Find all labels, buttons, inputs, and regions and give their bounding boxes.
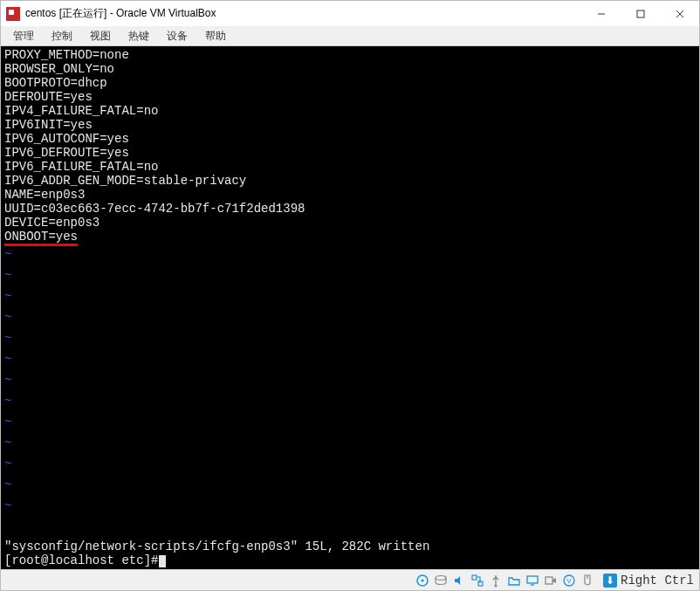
vim-empty-lines: ~~~~~~~~~~~~~ — [4, 244, 696, 516]
virtualbox-icon — [6, 7, 20, 21]
svg-point-6 — [436, 575, 446, 580]
config-line: ONBOOT=yes — [4, 230, 696, 244]
vim-tilde: ~ — [4, 474, 696, 495]
guest-terminal[interactable]: PROXY_METHOD=noneBROWSER_ONLY=noBOOTPROT… — [1, 46, 699, 569]
svg-point-9 — [494, 584, 497, 587]
config-line: IPV6_ADDR_GEN_MODE=stable-privacy — [4, 174, 696, 188]
menu-help[interactable]: 帮助 — [196, 27, 235, 45]
svg-text:V: V — [566, 577, 572, 585]
vim-tilde: ~ — [4, 348, 696, 369]
maximize-button[interactable] — [621, 1, 660, 26]
vim-tilde: ~ — [4, 265, 696, 285]
hard-disk-icon[interactable] — [433, 573, 449, 588]
config-line: NAME=enp0s3 — [4, 188, 696, 202]
window-titlebar: centos [正在运行] - Oracle VM VirtualBox — [1, 1, 699, 27]
guest-additions-icon[interactable]: V — [561, 573, 577, 588]
usb-icon[interactable] — [488, 573, 504, 588]
config-line: IPV6_DEFROUTE=yes — [4, 146, 696, 160]
optical-drive-icon[interactable] — [415, 573, 430, 588]
menu-view[interactable]: 视图 — [81, 27, 120, 45]
host-key-label: Right Ctrl — [621, 574, 694, 588]
vim-tilde: ~ — [4, 495, 696, 516]
vim-tilde: ~ — [4, 453, 696, 474]
svg-rect-10 — [527, 576, 538, 583]
config-line: UUID=c03ec663-7ecc-4742-bb7f-c71f2ded139… — [4, 202, 696, 216]
host-key-indicator[interactable]: ⬇ Right Ctrl — [603, 574, 694, 588]
vim-tilde: ~ — [4, 306, 696, 327]
menu-hotkey[interactable]: 热键 — [120, 27, 158, 45]
recording-icon[interactable] — [543, 573, 559, 588]
vim-tilde: ~ — [4, 432, 696, 453]
vim-tilde: ~ — [4, 390, 696, 411]
config-line: DEFROUTE=yes — [4, 90, 696, 104]
minimize-button[interactable] — [581, 1, 621, 26]
vim-tilde: ~ — [4, 285, 696, 306]
keyboard-down-icon: ⬇ — [603, 574, 617, 588]
config-line: PROXY_METHOD=none — [4, 48, 696, 62]
config-line: IPV4_FAILURE_FATAL=no — [4, 104, 696, 118]
config-line: IPV6_AUTOCONF=yes — [4, 132, 696, 146]
config-line: IPV6_FAILURE_FATAL=no — [4, 160, 696, 174]
display-icon[interactable] — [525, 573, 540, 588]
svg-rect-7 — [472, 575, 477, 580]
config-line: BROWSER_ONLY=no — [4, 62, 696, 76]
vim-tilde: ~ — [4, 244, 696, 265]
menubar: 管理 控制 视图 热键 设备 帮助 — [1, 27, 699, 46]
window-controls — [581, 1, 699, 26]
terminal-bottom: "sysconfig/network-scripts/ifcfg-enp0s3"… — [4, 539, 696, 569]
menu-devices[interactable]: 设备 — [158, 27, 196, 45]
config-line: BOOTPROTO=dhcp — [4, 76, 696, 90]
svg-point-5 — [421, 579, 423, 581]
close-button[interactable] — [660, 1, 699, 26]
vm-statusbar: V ⬇ Right Ctrl — [1, 569, 699, 590]
config-file-content: PROXY_METHOD=noneBROWSER_ONLY=noBOOTPROT… — [4, 48, 696, 244]
shared-folders-icon[interactable] — [506, 573, 522, 588]
config-line: IPV6INIT=yes — [4, 118, 696, 132]
mouse-integration-icon[interactable] — [580, 573, 595, 588]
svg-rect-1 — [637, 10, 644, 17]
vim-tilde: ~ — [4, 369, 696, 390]
config-line: DEVICE=enp0s3 — [4, 216, 696, 230]
shell-prompt: [root@localhost etc]# — [4, 553, 696, 567]
window-title: centos [正在运行] - Oracle VM VirtualBox — [25, 6, 581, 21]
svg-rect-12 — [546, 577, 552, 584]
vim-tilde: ~ — [4, 411, 696, 432]
menu-control[interactable]: 控制 — [43, 27, 81, 45]
vim-tilde: ~ — [4, 327, 696, 348]
vim-status-line: "sysconfig/network-scripts/ifcfg-enp0s3"… — [4, 539, 696, 553]
network-icon[interactable] — [470, 573, 485, 588]
audio-icon[interactable] — [451, 573, 467, 588]
cursor — [159, 555, 166, 567]
menu-manage[interactable]: 管理 — [4, 27, 43, 45]
